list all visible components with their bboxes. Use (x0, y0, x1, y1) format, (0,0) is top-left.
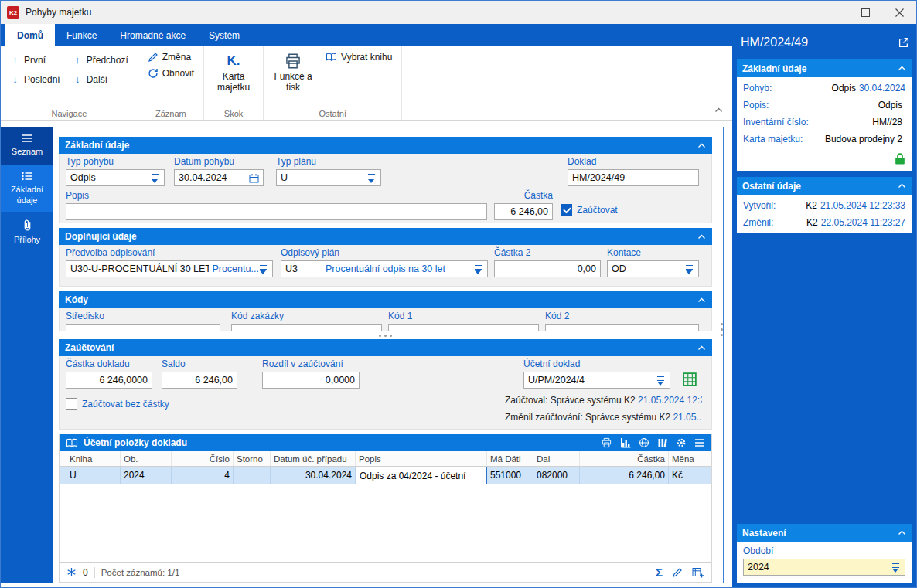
print-icon[interactable] (601, 437, 612, 448)
column-header[interactable]: Částka (580, 451, 669, 466)
collapse-section-button[interactable] (697, 297, 706, 303)
app-window: K2 Pohyby majetku Domů Funkce Hromadné a… (0, 0, 917, 588)
column-header[interactable]: Kniha (66, 451, 121, 466)
globe-icon[interactable] (639, 437, 649, 448)
collapse-section-button[interactable] (898, 66, 906, 71)
castka-input[interactable]: 6 246,00 (494, 203, 553, 220)
kontace-select[interactable]: OD (607, 260, 699, 277)
kod2-input[interactable] (545, 324, 699, 331)
cell-popis[interactable]: Odpis za 04/2024 - účetní (356, 467, 487, 484)
column-header[interactable]: Číslo (172, 451, 234, 466)
kod1-input[interactable] (388, 324, 539, 331)
collapse-section-button[interactable] (697, 234, 706, 240)
collapse-section-button[interactable] (898, 530, 906, 535)
cell-kniha[interactable]: U (66, 467, 121, 484)
tab-hromadne-akce[interactable]: Hromadné akce (108, 24, 197, 46)
column-header[interactable]: Ob. (121, 451, 172, 466)
section-header: Doplňující údaje (59, 228, 712, 245)
cell-storno[interactable] (234, 467, 271, 484)
kod-zakazky-input[interactable] (231, 324, 382, 331)
change-button[interactable]: Změna (145, 50, 197, 64)
saldo-input[interactable]: 6 246,00 (162, 372, 237, 389)
obdobi-select[interactable]: 2024 (743, 559, 905, 576)
chevron-down-icon[interactable] (258, 264, 268, 274)
cell-cislo[interactable]: 4 (172, 467, 234, 484)
stredisko-input[interactable] (66, 324, 220, 331)
cell-mena[interactable]: Kč (669, 467, 711, 484)
open-in-window-icon[interactable] (898, 37, 909, 48)
datum-pohybu-input[interactable]: 30.04.2024 (174, 169, 264, 186)
castka-dokladu-input[interactable]: 6 246,0000 (66, 372, 152, 389)
karta-majetku-button[interactable]: K. Karta majetku (210, 50, 257, 96)
column-header[interactable]: Datum úč. případu (271, 451, 356, 466)
ucetni-doklad-select[interactable]: U/PM/2024/4 (523, 372, 670, 389)
cell-dal[interactable]: 082000 (533, 467, 580, 484)
edit-icon[interactable] (672, 567, 683, 578)
sum-icon[interactable]: Σ (656, 566, 663, 578)
predvolba-label: Předvolba odpisování (66, 247, 273, 258)
tab-domu[interactable]: Domů (5, 24, 55, 46)
calendar-icon[interactable] (249, 173, 259, 183)
gear-icon[interactable] (676, 437, 687, 448)
zmenil-zauctovani-status: Změnil zaúčtování: Správce systému K2 21… (505, 412, 702, 423)
change-label: Změna (162, 52, 191, 63)
collapse-ribbon-button[interactable] (714, 102, 723, 116)
first-button[interactable]: ↑ První (7, 53, 63, 67)
add-table-icon[interactable] (692, 567, 704, 578)
typ-planu-select[interactable]: U (276, 169, 381, 186)
ledger-icon[interactable] (683, 372, 697, 386)
rozdil-input[interactable]: 0,0000 (262, 372, 360, 389)
odpisovy-plan-select[interactable]: U3 Procentuální odpis na 30 let (281, 260, 488, 277)
chevron-down-icon[interactable] (473, 264, 483, 274)
collapse-section-button[interactable] (898, 183, 906, 189)
table-row[interactable]: U 2024 4 30.04.2024 Odpis za 04/2024 - ú… (60, 467, 711, 484)
panel-title-row: HM/2024/49 (737, 29, 912, 59)
asterisk-icon[interactable] (66, 567, 77, 577)
chevron-down-icon[interactable] (366, 173, 377, 183)
cell-datum[interactable]: 30.04.2024 (271, 467, 356, 484)
vybrat-knihu-button[interactable]: Vybrat knihu (322, 50, 395, 64)
tab-system[interactable]: Systém (197, 24, 251, 46)
cell-obdobi[interactable]: 2024 (121, 467, 172, 484)
sidebar-item-zakladni-udaje[interactable]: Základní údaje (1, 165, 53, 213)
column-header[interactable]: Popis (356, 451, 487, 466)
last-button[interactable]: ↓ Poslední (7, 72, 63, 87)
collapse-section-button[interactable] (697, 143, 706, 148)
collapse-section-button[interactable] (697, 345, 706, 351)
chevron-down-icon[interactable] (150, 173, 160, 183)
previous-button[interactable]: ↑ Předchozí (70, 53, 131, 67)
chevron-up-icon (697, 345, 706, 351)
menu-icon[interactable] (694, 438, 705, 447)
cell-castka[interactable]: 6 246,00 (580, 467, 669, 484)
books-icon[interactable] (657, 437, 668, 448)
minimize-button[interactable] (814, 1, 848, 24)
splitter-handle[interactable] (721, 323, 723, 336)
zauctovat-checkbox[interactable]: Zaúčtovat (561, 204, 618, 216)
column-header[interactable]: Má Dáti (487, 451, 533, 466)
next-button[interactable]: ↓ Další (70, 72, 131, 87)
column-header[interactable]: Storno (234, 451, 271, 466)
chevron-down-icon[interactable] (684, 264, 694, 274)
maximize-button[interactable] (848, 1, 882, 24)
tab-funkce[interactable]: Funkce (55, 24, 108, 46)
castka2-input[interactable]: 0,00 (494, 260, 601, 277)
horizontal-splitter[interactable] (59, 331, 712, 339)
column-header[interactable]: Měna (669, 451, 711, 466)
typ-pohybu-select[interactable]: Odpis (66, 169, 165, 186)
predvolba-select[interactable]: U30-U-PROCENTUÁLNÍ 30 LET Procentu... (66, 260, 273, 277)
chevron-down-icon[interactable] (656, 376, 666, 386)
zauctovat-bez-castky-checkbox[interactable]: Zaúčtovat bez částky (66, 398, 169, 410)
funkce-a-tisk-button[interactable]: Funkce a tisk (270, 50, 316, 96)
close-button[interactable] (882, 1, 916, 24)
bar-chart-icon[interactable] (620, 437, 631, 448)
column-header[interactable]: Dal (533, 451, 580, 466)
chevron-down-icon[interactable] (891, 563, 901, 573)
sidebar-item-prilohy[interactable]: Přílohy (1, 212, 53, 253)
vertical-splitter[interactable] (723, 127, 724, 583)
sidebar-item-seznam[interactable]: Seznam (1, 127, 53, 165)
popis-input[interactable] (66, 203, 487, 220)
panel-section-title: Ostatní údaje (742, 181, 801, 192)
cell-ma-dati[interactable]: 551000 (487, 467, 533, 484)
doklad-input[interactable]: HM/2024/49 (568, 169, 699, 186)
refresh-button[interactable]: Obnovit (145, 66, 197, 80)
